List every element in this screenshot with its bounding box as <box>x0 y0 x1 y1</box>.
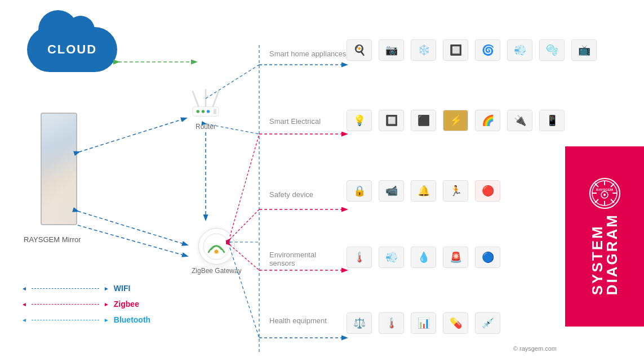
svg-line-12 <box>79 118 186 152</box>
device-scale: ⚖️ <box>347 312 372 334</box>
zigbee-arrow-right: ► <box>104 301 109 307</box>
cloud-shape: CLOUD <box>27 27 117 72</box>
health-devices: ⚖️ 🌡️ 📊 💊 💉 <box>347 312 500 334</box>
gateway-icon <box>198 228 235 265</box>
category-health: Health equipment <box>269 316 327 325</box>
gateway-container: ZigBee Gateway <box>192 228 242 275</box>
device-lock: 🔒 <box>347 180 372 202</box>
svg-point-4 <box>197 110 200 113</box>
svg-text:RAYSGEM: RAYSGEM <box>596 188 613 191</box>
gateway-label: ZigBee Gateway <box>192 267 242 275</box>
wifi-line <box>32 288 99 289</box>
device-monitor: 📊 <box>411 312 436 334</box>
device-doorbell: 🔔 <box>411 180 436 202</box>
brand-title: SYSTEMDIAGRAM <box>590 213 619 295</box>
cloud-label: CLOUD <box>47 42 97 57</box>
zigbee-label: Zigbee <box>114 300 139 309</box>
svg-line-13 <box>78 211 187 245</box>
device-glucose: 💉 <box>475 312 500 334</box>
device-switch: 🔲 <box>379 110 404 131</box>
bluetooth-line <box>32 320 99 320</box>
svg-line-22 <box>230 134 259 236</box>
device-range-hood: 🍳 <box>347 39 372 61</box>
device-tv: 📺 <box>571 39 597 61</box>
device-light1: 💡 <box>347 110 372 131</box>
svg-line-0 <box>193 91 199 108</box>
device-bp: 💊 <box>443 312 468 334</box>
router-icon <box>186 87 225 118</box>
svg-line-14 <box>78 225 187 256</box>
router-container: Router <box>186 87 225 131</box>
router-label: Router <box>186 123 225 131</box>
device-alarm: 🔴 <box>475 180 500 202</box>
bluetooth-arrow-left: ◄ <box>21 317 27 323</box>
cloud-container: CLOUD <box>27 27 117 72</box>
mirror-device <box>41 113 77 225</box>
device-co2: 🔵 <box>475 247 500 268</box>
environmental-devices: 🌡️ 💨 💧 🚨 🔵 <box>347 247 500 268</box>
safety-devices: 🔒 📹 🔔 🏃 🔴 <box>347 180 500 202</box>
copyright: © raysgem.com <box>513 345 557 352</box>
svg-line-2 <box>212 91 219 108</box>
bluetooth-label: Bluetooth <box>114 315 150 324</box>
smart-electrical-devices: 💡 🔲 ⬛ ⚡ 🌈 🔌 📱 <box>347 110 565 131</box>
category-smart-home: Smart home appliances <box>269 50 347 58</box>
device-gold-switch: ⚡ <box>443 110 468 131</box>
zigbee-line <box>32 304 99 305</box>
device-washer: 🫧 <box>539 39 565 61</box>
svg-point-5 <box>202 110 205 113</box>
device-purifier: 💨 <box>507 39 532 61</box>
device-panel: ⬛ <box>411 110 436 131</box>
brand-logo: RAYSGEM <box>589 178 620 209</box>
wifi-arrow-left: ◄ <box>21 285 27 292</box>
mirror-label: RAYSGEM Mirror <box>24 235 81 244</box>
device-camera: 📹 <box>379 180 404 202</box>
category-safety: Safety device <box>269 190 313 199</box>
smart-home-devices: 🍳 📷 ❄️ 🔲 🌀 💨 🫧 📺 <box>347 39 597 61</box>
legend-zigbee: ◄ ► Zigbee <box>21 300 150 309</box>
svg-rect-7 <box>214 109 217 114</box>
device-thermometer: 🌡️ <box>379 312 404 334</box>
device-smoke: 🚨 <box>443 247 468 268</box>
device-motion: 🏃 <box>443 180 468 202</box>
legend-wifi: ◄ ► WIFI <box>21 284 150 293</box>
bluetooth-arrow-right: ► <box>104 317 109 323</box>
category-environmental: EnvironmentalEnvironmental sensorssensor… <box>269 251 316 267</box>
device-radiator: 🌡️ <box>347 247 372 268</box>
device-security-cam: 📷 <box>379 39 404 61</box>
wifi-label: WIFI <box>114 284 131 293</box>
zigbee-arrow-left: ◄ <box>21 301 27 307</box>
wifi-arrow-right: ► <box>104 285 109 292</box>
svg-point-6 <box>207 110 210 113</box>
device-strip: 🌈 <box>475 110 500 131</box>
svg-point-9 <box>215 249 219 253</box>
device-humidity: 💧 <box>411 247 436 268</box>
svg-point-39 <box>603 194 606 196</box>
device-fan: 🌀 <box>475 39 500 61</box>
brand-panel: RAYSGEM SYSTEMDIAGRAM <box>565 146 644 327</box>
device-sensor: 🔲 <box>443 39 468 61</box>
device-socket: 🔌 <box>507 110 532 131</box>
device-gas: 💨 <box>379 247 404 268</box>
legend-bluetooth: ◄ ► Bluetooth <box>21 315 150 324</box>
category-smart-electrical: Smart Electrical <box>269 117 321 126</box>
mirror-inner <box>42 114 76 224</box>
device-ac: ❄️ <box>411 39 436 61</box>
legend: ◄ ► WIFI ◄ ► Zigbee ◄ ► Bluetooth <box>21 284 150 331</box>
device-panel2: 📱 <box>539 110 565 131</box>
